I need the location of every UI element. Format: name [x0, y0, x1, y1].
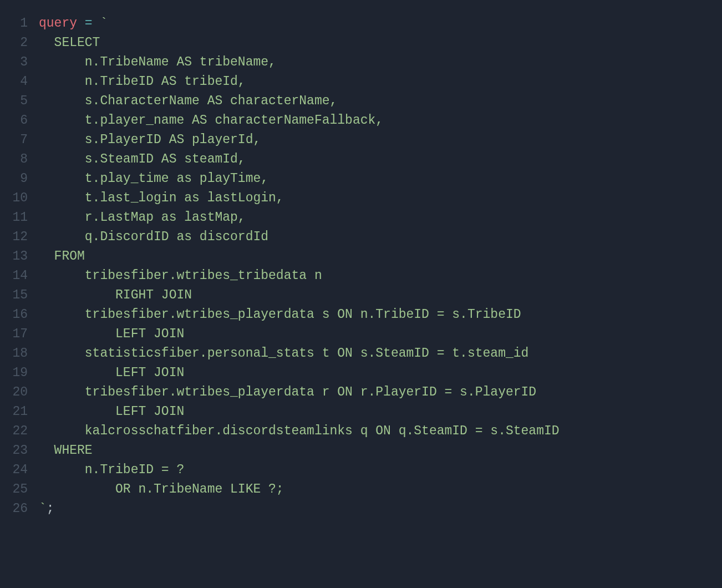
code-token: t.player_name AS characterNameFallback,: [39, 113, 383, 128]
code-token: `: [100, 16, 108, 31]
line-number: 6: [6, 111, 28, 130]
code-token: OR n.TribeName LIKE ?;: [39, 482, 284, 496]
line-number: 17: [6, 325, 28, 344]
code-line[interactable]: statisticsfiber.personal_stats t ON s.St…: [39, 344, 716, 363]
line-number: 12: [6, 227, 28, 247]
code-line[interactable]: LEFT JOIN: [39, 325, 716, 344]
code-line[interactable]: LEFT JOIN: [39, 402, 716, 422]
code-line[interactable]: LEFT JOIN: [39, 363, 716, 383]
code-token: LEFT JOIN: [39, 366, 184, 380]
code-line[interactable]: t.play_time as playTime,: [39, 169, 716, 189]
code-token: SELECT: [39, 36, 100, 50]
code-token: query: [39, 16, 77, 31]
code-line[interactable]: s.PlayerID AS playerId,: [39, 130, 716, 150]
code-token: LEFT JOIN: [39, 404, 184, 419]
code-token: s.CharacterName AS characterName,: [39, 94, 337, 108]
code-token: tribesfiber.wtribes_playerdata s ON n.Tr…: [39, 307, 521, 322]
code-token: n.TribeID AS tribeId,: [39, 74, 246, 89]
line-number: 24: [6, 460, 28, 480]
code-token: `: [39, 501, 47, 516]
code-token: statisticsfiber.personal_stats t ON s.St…: [39, 346, 528, 361]
code-line[interactable]: query = `: [39, 14, 716, 33]
code-token: RIGHT JOIN: [39, 288, 192, 302]
code-token: FROM: [39, 249, 85, 263]
code-token: LEFT JOIN: [39, 327, 184, 341]
line-number: 16: [6, 305, 28, 325]
line-number: 21: [6, 402, 28, 422]
code-token: [93, 16, 100, 31]
code-line[interactable]: t.player_name AS characterNameFallback,: [39, 111, 716, 130]
code-token: q.DiscordID as discordId: [39, 230, 268, 244]
code-line[interactable]: SELECT: [39, 33, 716, 53]
line-number: 1: [6, 14, 28, 33]
code-line[interactable]: OR n.TribeName LIKE ?;: [39, 480, 716, 499]
code-editor[interactable]: 1234567891011121314151617181920212223242…: [0, 0, 722, 533]
line-number: 22: [6, 422, 28, 441]
code-line[interactable]: `;: [39, 499, 716, 519]
line-number: 5: [6, 92, 28, 111]
code-area[interactable]: query = ` SELECT n.TribeName AS tribeNam…: [39, 14, 716, 519]
code-token: ;: [47, 501, 54, 516]
code-line[interactable]: tribesfiber.wtribes_playerdata s ON n.Tr…: [39, 305, 716, 325]
code-token: t.play_time as playTime,: [39, 171, 268, 186]
line-gutter: 1234567891011121314151617181920212223242…: [6, 14, 39, 519]
line-number: 25: [6, 480, 28, 499]
code-line[interactable]: WHERE: [39, 441, 716, 460]
code-line[interactable]: kalcrosschatfiber.discordsteamlinks q ON…: [39, 422, 716, 441]
line-number: 2: [6, 33, 28, 53]
code-line[interactable]: r.LastMap as lastMap,: [39, 208, 716, 227]
code-token: n.TribeName AS tribeName,: [39, 55, 276, 69]
line-number: 4: [6, 72, 28, 92]
code-line[interactable]: s.CharacterName AS characterName,: [39, 92, 716, 111]
line-number: 23: [6, 441, 28, 460]
line-number: 13: [6, 247, 28, 266]
line-number: 18: [6, 344, 28, 363]
line-number: 19: [6, 363, 28, 383]
code-token: tribesfiber.wtribes_playerdata r ON r.Pl…: [39, 385, 536, 399]
code-line[interactable]: n.TribeName AS tribeName,: [39, 53, 716, 72]
code-token: tribesfiber.wtribes_tribedata n: [39, 268, 322, 283]
code-token: WHERE: [39, 443, 93, 458]
line-number: 20: [6, 383, 28, 402]
code-token: t.last_login as lastLogin,: [39, 191, 284, 205]
code-line[interactable]: n.TribeID AS tribeId,: [39, 72, 716, 92]
code-token: s.SteamID AS steamId,: [39, 152, 246, 166]
code-token: kalcrosschatfiber.discordsteamlinks q ON…: [39, 424, 560, 438]
line-number: 10: [6, 189, 28, 208]
line-number: 8: [6, 150, 28, 169]
code-line[interactable]: FROM: [39, 247, 716, 266]
code-token: =: [85, 16, 93, 31]
code-line[interactable]: t.last_login as lastLogin,: [39, 189, 716, 208]
code-line[interactable]: s.SteamID AS steamId,: [39, 150, 716, 169]
line-number: 9: [6, 169, 28, 189]
code-token: [77, 16, 85, 31]
code-line[interactable]: tribesfiber.wtribes_playerdata r ON r.Pl…: [39, 383, 716, 402]
code-token: s.PlayerID AS playerId,: [39, 133, 261, 147]
line-number: 11: [6, 208, 28, 227]
code-token: r.LastMap as lastMap,: [39, 210, 246, 225]
code-line[interactable]: n.TribeID = ?: [39, 460, 716, 480]
line-number: 15: [6, 286, 28, 305]
line-number: 7: [6, 130, 28, 150]
line-number: 3: [6, 53, 28, 72]
line-number: 26: [6, 499, 28, 519]
code-line[interactable]: RIGHT JOIN: [39, 286, 716, 305]
code-line[interactable]: tribesfiber.wtribes_tribedata n: [39, 266, 716, 286]
line-number: 14: [6, 266, 28, 286]
code-token: n.TribeID = ?: [39, 463, 184, 477]
code-line[interactable]: q.DiscordID as discordId: [39, 227, 716, 247]
